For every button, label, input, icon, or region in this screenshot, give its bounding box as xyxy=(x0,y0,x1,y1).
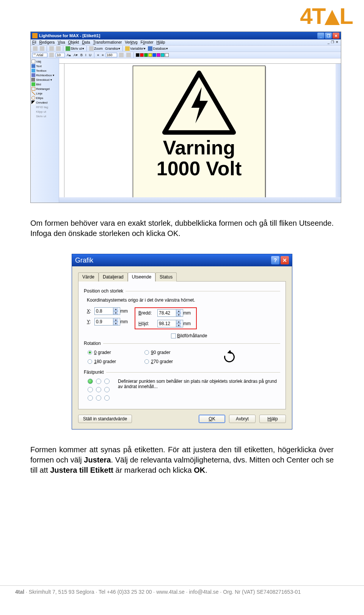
maximize-button[interactable]: ❐ xyxy=(325,33,332,39)
rot-180[interactable]: 180 grader xyxy=(88,359,144,364)
anchor-mr[interactable] xyxy=(104,387,110,392)
bold-button[interactable]: B xyxy=(80,53,83,57)
mdi-minimize[interactable]: _ xyxy=(328,40,329,44)
font-size[interactable]: 10 xyxy=(56,53,65,57)
h-down[interactable]: ▼ xyxy=(176,324,181,327)
anchor-bl[interactable] xyxy=(88,395,93,401)
menu-data[interactable]: Data xyxy=(82,40,90,44)
radio-0-icon[interactable] xyxy=(88,350,92,355)
label-design[interactable]: Varning 1000 Volt xyxy=(133,66,265,197)
color-white[interactable] xyxy=(165,53,169,57)
tool-barcode[interactable]: Streckkod ▾ xyxy=(31,77,58,82)
close-button[interactable]: ✕ xyxy=(333,33,339,39)
tool-richtextbox[interactable]: Richtextbox ▾ xyxy=(31,73,58,77)
tool-select[interactable]: Välj xyxy=(31,59,58,64)
radio-270-icon[interactable] xyxy=(144,359,149,364)
anchor-br[interactable] xyxy=(104,395,110,401)
color-red[interactable] xyxy=(140,53,144,57)
radio-90-icon[interactable] xyxy=(144,350,149,355)
align-center[interactable]: ≡ xyxy=(101,53,104,57)
anchor-ml[interactable] xyxy=(88,387,93,392)
tool-invert[interactable]: Omvänd xyxy=(31,100,58,105)
canvas[interactable]: Varning 1000 Volt xyxy=(64,64,336,197)
menu-transformationer[interactable]: Transformationer xyxy=(93,40,122,44)
font-increase[interactable]: A▴ xyxy=(66,53,72,57)
dialog-help-button[interactable]: ? xyxy=(271,256,279,264)
color-cyan[interactable] xyxy=(161,53,165,57)
menu-redigera[interactable]: Redigera xyxy=(39,40,55,44)
tb-database[interactable]: Databas ▾ xyxy=(147,46,169,51)
tb-new[interactable] xyxy=(32,46,38,51)
radio-180-icon[interactable] xyxy=(88,359,92,364)
y-spinner[interactable]: ▲▼ xyxy=(94,318,120,326)
tb-inspect[interactable]: Granska ▾ xyxy=(104,46,121,51)
tab-status[interactable]: Status xyxy=(155,272,177,282)
rot-0[interactable]: 0 grader xyxy=(88,350,144,355)
help-button[interactable]: Hjälp xyxy=(259,415,286,423)
x-up[interactable]: ▲ xyxy=(113,308,118,311)
font-decrease[interactable]: A▾ xyxy=(73,53,78,57)
tb-undo[interactable] xyxy=(49,46,55,51)
height-spinner[interactable]: ▲▼ xyxy=(157,320,183,327)
menu-verktyg[interactable]: Verktyg xyxy=(125,40,137,44)
minimize-button[interactable]: _ xyxy=(317,33,324,39)
menu-objekt[interactable]: Objekt xyxy=(68,40,79,44)
tab-utseende[interactable]: Utseende xyxy=(128,272,155,282)
width-spinner[interactable]: ▲▼ xyxy=(157,309,183,317)
w-up[interactable]: ▲ xyxy=(176,310,181,313)
y-input[interactable] xyxy=(95,318,113,325)
vertical-scrollbar[interactable] xyxy=(336,64,341,197)
menu-fil[interactable]: Fil xyxy=(32,40,36,44)
tb-redo[interactable] xyxy=(55,46,61,51)
aspect-checkbox-row[interactable]: Bildförhållande xyxy=(171,333,280,338)
width-input[interactable] xyxy=(158,310,176,316)
y-down[interactable]: ▼ xyxy=(113,322,118,326)
tool-rectangle[interactable]: Rektangel xyxy=(31,87,58,91)
x-down[interactable]: ▼ xyxy=(113,311,118,315)
horizontal-scrollbar[interactable] xyxy=(59,197,341,203)
tool-ellipse[interactable]: Ellips xyxy=(31,96,58,100)
height-input[interactable] xyxy=(158,320,176,327)
menu-visa[interactable]: Visa xyxy=(58,40,65,44)
mdi-restore[interactable]: ❐ xyxy=(331,40,334,44)
menu-hjalp[interactable]: Hjälp xyxy=(157,40,165,44)
align-tool-b[interactable] xyxy=(126,52,132,58)
anchor-mc[interactable] xyxy=(96,387,101,392)
tab-varde[interactable]: Värde xyxy=(78,272,99,282)
color-black[interactable] xyxy=(136,53,140,57)
italic-button[interactable]: I xyxy=(85,53,87,57)
font-combo[interactable]: ᵀᵀ Arial xyxy=(32,53,47,57)
anchor-tr[interactable] xyxy=(104,379,110,384)
tb-open[interactable] xyxy=(39,46,45,51)
tool-line[interactable]: Linje xyxy=(31,91,58,96)
color-yellow[interactable] xyxy=(148,53,152,57)
x-input[interactable] xyxy=(95,308,113,315)
tab-dataljerad[interactable]: Dataljerad xyxy=(99,272,128,282)
underline-button[interactable]: U xyxy=(88,53,93,57)
color-magenta[interactable] xyxy=(157,53,160,57)
menu-fonster[interactable]: Fönster xyxy=(141,40,154,44)
w-down[interactable]: ▼ xyxy=(176,313,181,317)
color-blue[interactable] xyxy=(152,53,156,57)
h-up[interactable]: ▲ xyxy=(176,320,181,324)
align-tool-a[interactable] xyxy=(118,52,124,58)
align-left[interactable]: ≡ xyxy=(96,53,100,57)
tool-textbox[interactable]: Textbox xyxy=(31,68,58,73)
tool-image[interactable]: Bild xyxy=(31,82,58,87)
mdi-close[interactable]: ✕ xyxy=(336,40,339,44)
color-green[interactable] xyxy=(144,53,148,57)
anchor-tl[interactable] xyxy=(88,379,93,384)
tool-text[interactable]: Text xyxy=(31,64,58,68)
tb-variables[interactable]: Variabler ▾ xyxy=(124,46,146,51)
anchor-bc[interactable] xyxy=(96,395,101,401)
x-spinner[interactable]: ▲▼ xyxy=(94,307,120,315)
defaults-button[interactable]: Ställ in standardvärde xyxy=(78,415,132,423)
spacing-combo[interactable]: 160 xyxy=(106,53,117,57)
cancel-button[interactable]: Avbryt xyxy=(229,415,256,423)
aspect-checkbox[interactable] xyxy=(171,333,176,338)
tb-print[interactable]: Skriv ut ▾ xyxy=(65,46,85,51)
anchor-tc[interactable] xyxy=(96,379,101,384)
rot-90[interactable]: 90 grader xyxy=(144,350,201,355)
dialog-close-button[interactable]: ✕ xyxy=(281,256,289,264)
y-up[interactable]: ▲ xyxy=(113,318,118,322)
